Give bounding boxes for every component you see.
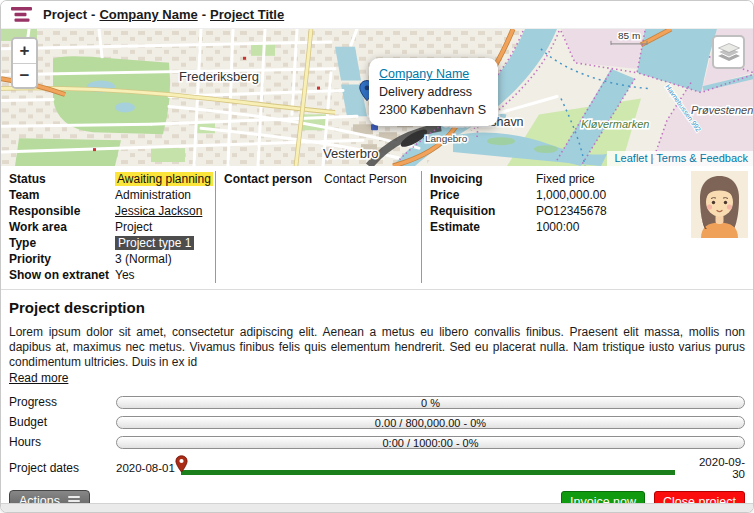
status-badge: Awaiting planning [115, 172, 213, 186]
extranet-value: Yes [115, 267, 135, 283]
progress-label: Progress [9, 395, 116, 409]
hours-bar: 0:00 / 1000:00 - 0% [116, 436, 745, 449]
layers-icon [718, 43, 740, 62]
budget-label: Budget [9, 415, 116, 429]
breadcrumb: Project-Company Name-Project Title [43, 7, 284, 22]
map-label-frederiksberg: Frederiksberg [179, 69, 259, 84]
team-value: Administration [115, 187, 191, 203]
description-text: Lorem ipsum dolor sit amet, consectetur … [9, 325, 745, 370]
budget-row: Budget 0.00 / 800,000.00 - 0% [9, 415, 745, 429]
avatar [691, 171, 748, 238]
company-link[interactable]: Company Name [99, 7, 197, 22]
zoom-out-button[interactable]: − [13, 63, 36, 87]
read-more-link[interactable]: Read more [9, 371, 68, 385]
type-chip: Project type 1 [115, 236, 194, 250]
details-column-left: StatusAwaiting planning TeamAdministrati… [9, 171, 216, 283]
priority-value: 3 (Normal) [115, 251, 172, 267]
breadcrumb-prefix: Project [43, 7, 87, 22]
map-label-klovermarken: Kløvermarken [581, 118, 649, 130]
project-title-link[interactable]: Project Title [210, 7, 284, 22]
estimate-label: Estimate [430, 219, 536, 235]
progress-section: Progress 0 % Budget 0.00 / 800,000.00 - … [1, 388, 753, 449]
price-label: Price [430, 187, 536, 203]
team-label: Team [9, 187, 115, 203]
project-description-section: Project description Lorem ipsum dolor si… [1, 290, 753, 388]
estimate-value: 1000:00 [536, 219, 579, 235]
popup-company-link[interactable]: Company Name [379, 65, 486, 83]
responsible-link[interactable]: Jessica Jackson [115, 203, 202, 219]
hours-label: Hours [9, 435, 116, 449]
map-scale-label: 85 m [618, 30, 640, 41]
progress-row: Progress 0 % [9, 395, 745, 409]
terms-feedback-link[interactable]: Terms & Feedback [656, 152, 748, 164]
invoicing-label: Invoicing [430, 171, 536, 187]
page-header: Project-Company Name-Project Title [1, 1, 753, 28]
project-dates-row: Project dates 2020-08-01 2020-09-30 [1, 455, 753, 479]
start-date: 2020-08-01 [116, 462, 176, 474]
date-pin-icon[interactable] [175, 455, 188, 473]
type-label: Type [9, 235, 115, 251]
project-details: StatusAwaiting planning TeamAdministrati… [1, 166, 753, 290]
project-dates-label: Project dates [9, 461, 116, 475]
dates-track [181, 470, 675, 475]
popup-address-line: Delivery address [379, 83, 486, 101]
project-page: Project-Company Name-Project Title [0, 0, 754, 513]
map-label-langebro: Langebro [425, 133, 468, 144]
map[interactable]: Havnebussen 992 85 m Frederiksberg Veste… [1, 28, 753, 166]
leaflet-link[interactable]: Leaflet [614, 152, 647, 164]
invoicing-value: Fixed price [536, 171, 595, 187]
work-area-label: Work area [9, 219, 115, 235]
map-label-provestenen: Prøvestenen [691, 104, 753, 116]
map-popup: Company Name Delivery address 2300 Køben… [369, 58, 498, 126]
priority-label: Priority [9, 251, 115, 267]
details-column-right: InvoicingFixed price Price1,000,000.00 R… [422, 171, 691, 283]
budget-bar: 0.00 / 800,000.00 - 0% [116, 416, 745, 429]
map-zoom-control: + − [11, 37, 38, 89]
responsible-label: Responsible [9, 203, 115, 219]
contact-person-value: Contact Person [324, 171, 407, 187]
menu-icon[interactable] [10, 6, 34, 23]
window-bottom-edge [1, 503, 753, 512]
zoom-in-button[interactable]: + [13, 39, 36, 63]
requisition-value: PO12345678 [536, 203, 607, 219]
map-attribution: Leaflet | Terms & Feedback [607, 151, 753, 166]
dates-slider[interactable] [176, 457, 677, 479]
work-area-value: Project [115, 219, 152, 235]
hours-row: Hours 0:00 / 1000:00 - 0% [9, 435, 745, 449]
requisition-label: Requisition [430, 203, 536, 219]
status-label: Status [9, 171, 115, 187]
layers-control[interactable] [712, 35, 745, 69]
progress-bar: 0 % [116, 396, 745, 409]
extranet-label: Show on extranet [9, 267, 115, 283]
price-value: 1,000,000.00 [536, 187, 606, 203]
end-date: 2020-09-30 [687, 456, 745, 480]
details-column-middle: Contact personContact Person [216, 171, 422, 283]
popup-city-line: 2300 København S [379, 101, 486, 119]
contact-person-label: Contact person [224, 171, 324, 187]
map-label-vesterbro: Vesterbro [323, 146, 379, 161]
description-heading: Project description [9, 299, 745, 316]
